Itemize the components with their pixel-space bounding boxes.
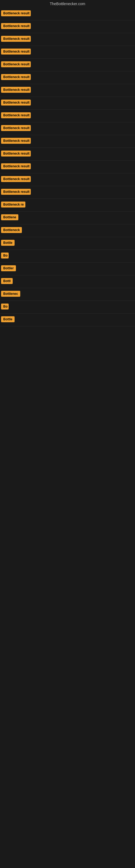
result-row: Bottleneck result: [0, 71, 135, 84]
result-row: Bottl: [0, 275, 135, 288]
bottleneck-result-badge[interactable]: Bottleneck result: [1, 138, 31, 144]
bottleneck-result-badge[interactable]: Bottle: [1, 316, 14, 322]
bottleneck-result-badge[interactable]: Bottleneck result: [1, 112, 31, 118]
bottleneck-result-badge[interactable]: Bottleneck result: [1, 10, 31, 16]
result-row: Bottleneck result: [0, 148, 135, 161]
result-row: Bottle: [0, 314, 135, 326]
result-row: Bottleneck result: [0, 122, 135, 135]
bottleneck-result-badge[interactable]: Bottleneck result: [1, 74, 31, 80]
result-row: Bottleneck result: [0, 173, 135, 186]
bottleneck-result-badge[interactable]: Bottleneck result: [1, 99, 31, 105]
bottleneck-result-badge[interactable]: Bottleneck result: [1, 87, 31, 93]
bottleneck-result-badge[interactable]: Bottleneck result: [1, 189, 31, 195]
result-row: Bottleneck re: [0, 199, 135, 212]
result-row: Bottle: [0, 237, 135, 250]
result-row: Bottleneck: [0, 224, 135, 237]
bottleneck-result-badge[interactable]: Bottleneck result: [1, 151, 31, 156]
result-row: Bottleneck result: [0, 20, 135, 33]
result-row: Bottleneck result: [0, 59, 135, 71]
bottleneck-result-badge[interactable]: Bottleneck result: [1, 36, 31, 42]
bottleneck-result-badge[interactable]: Bottleneck result: [1, 163, 31, 169]
badges-list: Bottleneck resultBottleneck resultBottle…: [0, 8, 135, 326]
bottleneck-result-badge[interactable]: Bottlene: [1, 214, 18, 220]
bottleneck-result-badge[interactable]: Bottleneck result: [1, 49, 31, 55]
result-row: Bottlene: [0, 212, 135, 224]
result-row: Bottleneck result: [0, 186, 135, 199]
bottleneck-result-badge[interactable]: Bo: [1, 304, 9, 310]
site-title-text: TheBottlenecker.com: [50, 2, 85, 6]
result-row: Bottleneck result: [0, 46, 135, 59]
bottleneck-result-badge[interactable]: Bo: [1, 252, 9, 258]
result-row: Bo: [0, 301, 135, 314]
result-row: Bottleneck result: [0, 33, 135, 46]
result-row: Bottler: [0, 262, 135, 275]
result-row: Bottleneck result: [0, 161, 135, 173]
result-row: Bo: [0, 250, 135, 262]
bottleneck-result-badge[interactable]: Bottleneck result: [1, 176, 31, 182]
bottleneck-result-badge[interactable]: Bottle: [1, 240, 14, 246]
bottleneck-result-badge[interactable]: Bottl: [1, 278, 13, 284]
result-row: Bottleneck result: [0, 110, 135, 122]
bottleneck-result-badge[interactable]: Bottleneck result: [1, 61, 31, 67]
result-row: Bottleneck result: [0, 8, 135, 20]
site-title: TheBottlenecker.com: [0, 0, 135, 8]
bottleneck-result-badge[interactable]: Bottleneck: [1, 227, 22, 233]
result-row: Bottleneck result: [0, 84, 135, 97]
result-row: Bottlenec: [0, 288, 135, 301]
bottleneck-result-badge[interactable]: Bottleneck re: [1, 202, 26, 208]
result-row: Bottleneck result: [0, 97, 135, 110]
result-row: Bottleneck result: [0, 135, 135, 148]
bottleneck-result-badge[interactable]: Bottleneck result: [1, 23, 31, 29]
bottleneck-result-badge[interactable]: Bottlenec: [1, 291, 20, 297]
bottleneck-result-badge[interactable]: Bottler: [1, 265, 16, 271]
bottleneck-result-badge[interactable]: Bottleneck result: [1, 125, 31, 131]
